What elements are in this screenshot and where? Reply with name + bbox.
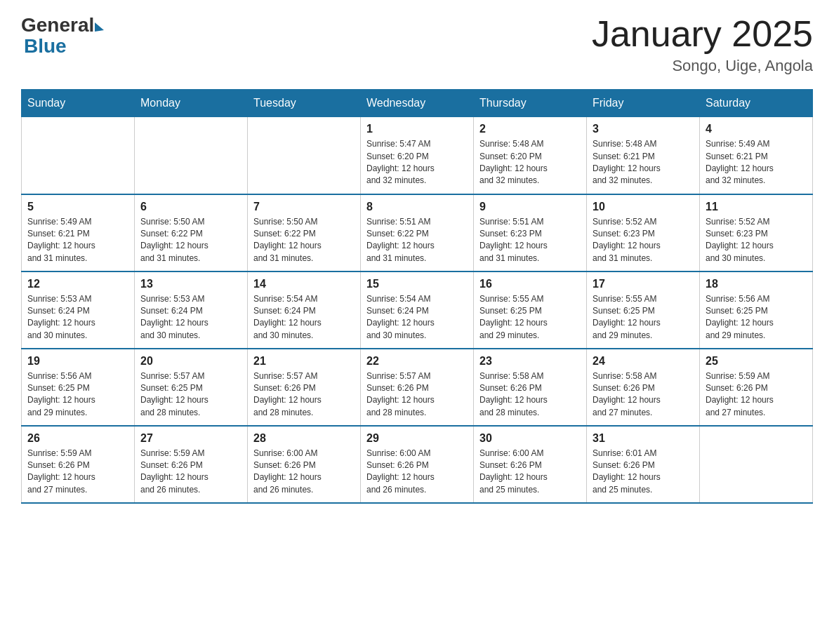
day-number: 4 [706,123,807,135]
day-number: 3 [593,123,694,135]
day-number: 30 [479,432,581,445]
day-number: 31 [593,432,694,445]
day-number: 15 [366,278,468,290]
logo-blue-text: Blue [24,35,67,57]
day-info: Sunrise: 6:00 AM Sunset: 6:26 PM Dayligh… [366,448,468,497]
col-header-monday: Monday [135,90,248,117]
day-info: Sunrise: 5:54 AM Sunset: 6:24 PM Dayligh… [366,293,468,342]
day-number: 6 [140,201,241,213]
week-row-1: 1Sunrise: 5:47 AM Sunset: 6:20 PM Daylig… [22,117,813,194]
col-header-saturday: Saturday [700,90,813,117]
day-info: Sunrise: 5:55 AM Sunset: 6:25 PM Dayligh… [479,293,581,342]
calendar-cell: 25Sunrise: 5:59 AM Sunset: 6:26 PM Dayli… [700,349,813,426]
day-number: 1 [366,123,468,135]
day-number: 27 [140,432,241,445]
calendar-cell: 16Sunrise: 5:55 AM Sunset: 6:25 PM Dayli… [474,271,587,349]
day-number: 2 [479,123,581,135]
day-info: Sunrise: 5:53 AM Sunset: 6:24 PM Dayligh… [27,293,128,342]
col-header-thursday: Thursday [474,90,587,117]
day-number: 25 [706,355,807,368]
week-row-2: 5Sunrise: 5:49 AM Sunset: 6:21 PM Daylig… [22,194,813,271]
day-info: Sunrise: 5:57 AM Sunset: 6:26 PM Dayligh… [253,370,355,420]
calendar-cell: 19Sunrise: 5:56 AM Sunset: 6:25 PM Dayli… [22,349,135,426]
calendar-cell: 12Sunrise: 5:53 AM Sunset: 6:24 PM Dayli… [22,271,135,349]
day-number: 10 [593,201,694,213]
calendar-cell: 20Sunrise: 5:57 AM Sunset: 6:25 PM Dayli… [135,349,248,426]
day-info: Sunrise: 5:57 AM Sunset: 6:26 PM Dayligh… [366,370,468,420]
logo: General Blue [21,14,104,58]
day-info: Sunrise: 5:59 AM Sunset: 6:26 PM Dayligh… [27,448,128,497]
week-row-5: 26Sunrise: 5:59 AM Sunset: 6:26 PM Dayli… [22,426,813,503]
calendar-cell: 17Sunrise: 5:55 AM Sunset: 6:25 PM Dayli… [587,271,700,349]
day-info: Sunrise: 5:47 AM Sunset: 6:20 PM Dayligh… [366,138,468,187]
day-info: Sunrise: 5:50 AM Sunset: 6:22 PM Dayligh… [140,216,241,265]
day-info: Sunrise: 5:57 AM Sunset: 6:25 PM Dayligh… [140,370,241,420]
day-number: 21 [253,355,355,368]
day-number: 19 [27,355,128,368]
day-number: 7 [253,201,355,213]
day-info: Sunrise: 5:50 AM Sunset: 6:22 PM Dayligh… [253,216,355,265]
calendar-cell: 23Sunrise: 5:58 AM Sunset: 6:26 PM Dayli… [474,349,587,426]
day-info: Sunrise: 5:53 AM Sunset: 6:24 PM Dayligh… [140,293,241,342]
day-info: Sunrise: 5:58 AM Sunset: 6:26 PM Dayligh… [593,370,694,420]
calendar-cell: 13Sunrise: 5:53 AM Sunset: 6:24 PM Dayli… [135,271,248,349]
calendar-cell [248,117,361,194]
calendar-cell: 8Sunrise: 5:51 AM Sunset: 6:22 PM Daylig… [361,194,474,271]
calendar-cell: 30Sunrise: 6:00 AM Sunset: 6:26 PM Dayli… [474,426,587,503]
day-info: Sunrise: 5:56 AM Sunset: 6:25 PM Dayligh… [706,293,807,342]
col-header-sunday: Sunday [22,90,135,117]
calendar-cell [700,426,813,503]
day-info: Sunrise: 5:55 AM Sunset: 6:25 PM Dayligh… [593,293,694,342]
day-info: Sunrise: 5:54 AM Sunset: 6:24 PM Dayligh… [253,293,355,342]
week-row-4: 19Sunrise: 5:56 AM Sunset: 6:25 PM Dayli… [22,349,813,426]
day-number: 17 [593,278,694,290]
logo-general-text: General [21,14,94,36]
calendar-cell: 7Sunrise: 5:50 AM Sunset: 6:22 PM Daylig… [248,194,361,271]
calendar-cell: 9Sunrise: 5:51 AM Sunset: 6:23 PM Daylig… [474,194,587,271]
day-info: Sunrise: 6:00 AM Sunset: 6:26 PM Dayligh… [253,448,355,497]
calendar-cell: 31Sunrise: 6:01 AM Sunset: 6:26 PM Dayli… [587,426,700,503]
col-header-tuesday: Tuesday [248,90,361,117]
calendar-cell: 2Sunrise: 5:48 AM Sunset: 6:20 PM Daylig… [474,117,587,194]
col-header-friday: Friday [587,90,700,117]
calendar-title: January 2025 [592,14,813,54]
calendar-cell: 22Sunrise: 5:57 AM Sunset: 6:26 PM Dayli… [361,349,474,426]
day-number: 5 [27,201,128,213]
calendar-cell: 28Sunrise: 6:00 AM Sunset: 6:26 PM Dayli… [248,426,361,503]
day-info: Sunrise: 5:56 AM Sunset: 6:25 PM Dayligh… [27,370,128,420]
col-header-wednesday: Wednesday [361,90,474,117]
calendar-cell: 5Sunrise: 5:49 AM Sunset: 6:21 PM Daylig… [22,194,135,271]
day-number: 24 [593,355,694,368]
calendar-cell: 18Sunrise: 5:56 AM Sunset: 6:25 PM Dayli… [700,271,813,349]
calendar-cell: 24Sunrise: 5:58 AM Sunset: 6:26 PM Dayli… [587,349,700,426]
day-number: 28 [253,432,355,445]
calendar-table: SundayMondayTuesdayWednesdayThursdayFrid… [21,89,813,504]
week-row-3: 12Sunrise: 5:53 AM Sunset: 6:24 PM Dayli… [22,271,813,349]
day-number: 16 [479,278,581,290]
calendar-subtitle: Songo, Uige, Angola [592,57,813,75]
day-number: 26 [27,432,128,445]
calendar-cell: 15Sunrise: 5:54 AM Sunset: 6:24 PM Dayli… [361,271,474,349]
calendar-cell [22,117,135,194]
day-number: 23 [479,355,581,368]
day-number: 22 [366,355,468,368]
day-info: Sunrise: 5:48 AM Sunset: 6:20 PM Dayligh… [479,138,581,187]
day-info: Sunrise: 5:48 AM Sunset: 6:21 PM Dayligh… [593,138,694,187]
calendar-cell: 27Sunrise: 5:59 AM Sunset: 6:26 PM Dayli… [135,426,248,503]
calendar-cell: 11Sunrise: 5:52 AM Sunset: 6:23 PM Dayli… [700,194,813,271]
page-header: General Blue January 2025 Songo, Uige, A… [21,14,813,75]
day-number: 8 [366,201,468,213]
day-info: Sunrise: 5:51 AM Sunset: 6:23 PM Dayligh… [479,216,581,265]
day-info: Sunrise: 5:58 AM Sunset: 6:26 PM Dayligh… [479,370,581,420]
calendar-cell: 10Sunrise: 5:52 AM Sunset: 6:23 PM Dayli… [587,194,700,271]
day-number: 14 [253,278,355,290]
logo-triangle-icon [95,22,104,32]
day-number: 20 [140,355,241,368]
day-number: 12 [27,278,128,290]
day-number: 18 [706,278,807,290]
day-number: 11 [706,201,807,213]
day-info: Sunrise: 5:52 AM Sunset: 6:23 PM Dayligh… [593,216,694,265]
title-section: January 2025 Songo, Uige, Angola [592,14,813,75]
calendar-cell: 26Sunrise: 5:59 AM Sunset: 6:26 PM Dayli… [22,426,135,503]
calendar-cell: 21Sunrise: 5:57 AM Sunset: 6:26 PM Dayli… [248,349,361,426]
